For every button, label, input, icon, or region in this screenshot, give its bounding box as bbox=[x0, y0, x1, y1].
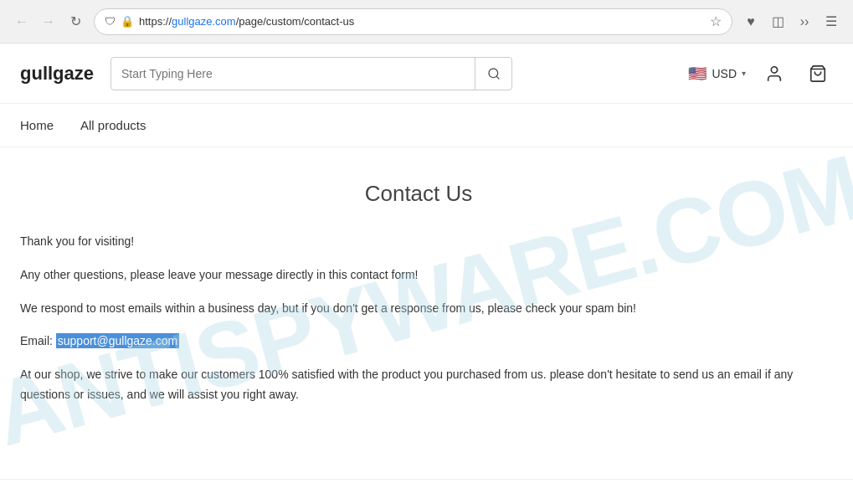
cart-button[interactable] bbox=[803, 59, 833, 89]
user-icon bbox=[765, 64, 784, 83]
site-logo[interactable]: gullgaze bbox=[20, 63, 94, 85]
currency-label: USD bbox=[712, 67, 737, 80]
url-path: /page/custom/contact-us bbox=[236, 15, 355, 28]
star-icon[interactable]: ☆ bbox=[710, 13, 722, 29]
cart-icon bbox=[809, 64, 827, 83]
paragraph-4: At our shop, we strive to make our custo… bbox=[20, 365, 817, 405]
site-nav: Home All products bbox=[0, 104, 853, 147]
search-icon bbox=[487, 67, 501, 80]
site-header: gullgaze 🇺🇸 USD ▾ bbox=[0, 44, 853, 104]
main-content: Contact Us Thank you for visiting! Any o… bbox=[0, 147, 853, 452]
page-title: Contact Us bbox=[20, 181, 817, 207]
content-section: Thank you for visiting! Any other questi… bbox=[20, 232, 817, 405]
forward-button[interactable]: → bbox=[37, 10, 60, 33]
nav-all-products[interactable]: All products bbox=[80, 118, 146, 132]
url-text: https://gullgaze.com/page/custom/contact… bbox=[139, 15, 705, 28]
nav-buttons: ← → ↻ bbox=[10, 10, 87, 33]
paragraph-3: We respond to most emails within a busin… bbox=[20, 299, 817, 319]
paragraph-2: Any other questions, please leave your m… bbox=[20, 265, 817, 285]
svg-line-1 bbox=[496, 76, 499, 79]
more-tools-icon[interactable]: ›› bbox=[793, 10, 816, 33]
extensions-icon[interactable]: ◫ bbox=[766, 10, 789, 33]
chevron-down-icon: ▾ bbox=[742, 69, 746, 78]
search-button[interactable] bbox=[475, 57, 511, 90]
currency-selector[interactable]: 🇺🇸 USD ▾ bbox=[688, 64, 746, 83]
back-button[interactable]: ← bbox=[10, 10, 33, 33]
search-input[interactable] bbox=[111, 67, 475, 80]
address-bar[interactable]: 🛡 🔒 https://gullgaze.com/page/custom/con… bbox=[94, 8, 732, 35]
pocket-icon[interactable]: ♥ bbox=[739, 10, 763, 33]
svg-point-2 bbox=[771, 66, 777, 72]
paragraph-1: Thank you for visiting! bbox=[20, 232, 817, 252]
flag-icon: 🇺🇸 bbox=[688, 64, 707, 83]
shield-icon: 🛡 bbox=[105, 15, 116, 28]
browser-chrome: ← → ↻ 🛡 🔒 https://gullgaze.com/page/cust… bbox=[0, 0, 853, 44]
browser-actions: ♥ ◫ ›› ☰ bbox=[739, 10, 843, 33]
nav-home[interactable]: Home bbox=[20, 118, 54, 132]
search-bar bbox=[110, 57, 512, 90]
header-right: 🇺🇸 USD ▾ bbox=[688, 59, 833, 89]
account-button[interactable] bbox=[759, 59, 789, 89]
lock-icon: 🔒 bbox=[121, 15, 134, 28]
reload-button[interactable]: ↻ bbox=[64, 10, 87, 33]
menu-icon[interactable]: ☰ bbox=[820, 10, 843, 33]
email-label: Email: bbox=[20, 334, 53, 347]
email-link[interactable]: support@gullgaze.com bbox=[56, 333, 179, 348]
url-domain: gullgaze.com bbox=[172, 15, 236, 28]
email-line: Email: support@gullgaze.com bbox=[20, 332, 817, 352]
